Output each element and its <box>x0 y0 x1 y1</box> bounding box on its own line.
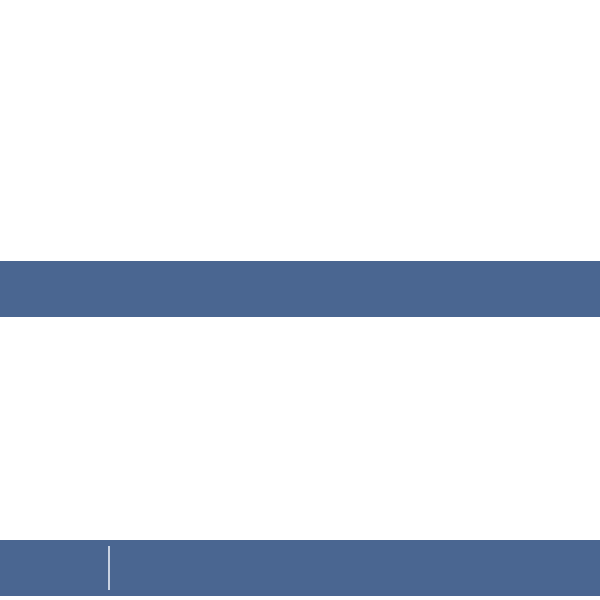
method-name: printMagicValu <box>271 380 596 421</box>
keyword-void: void <box>185 380 272 421</box>
code-line: void printMagicValu <box>0 261 600 317</box>
selection-bg <box>0 261 600 317</box>
code-editor[interactable]: void printMagicValu System.out.prin } pr… <box>0 0 600 600</box>
indent-guide <box>108 546 110 590</box>
selection-bg <box>0 540 600 596</box>
code-line: System.out.prin <box>0 540 600 596</box>
